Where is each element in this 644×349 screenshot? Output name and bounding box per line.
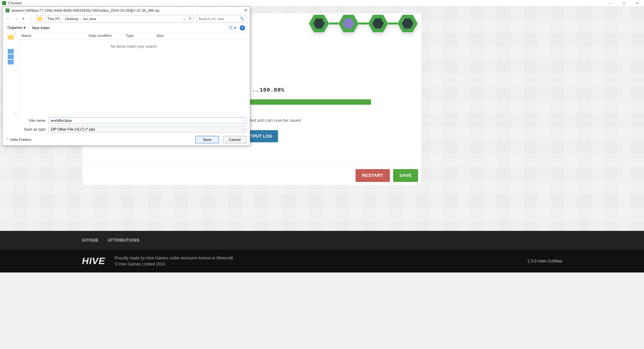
saveas-label: Save as type: xyxy=(21,127,48,131)
nav-back-icon[interactable]: ← xyxy=(6,16,11,21)
organize-menu[interactable]: Organize ▾ xyxy=(7,26,26,30)
chevron-down-icon[interactable]: ⌄ xyxy=(242,128,245,131)
footer-line1: Proudly made by Hive Games under exclusi… xyxy=(114,256,233,260)
chevron-up-icon: ⌃ xyxy=(6,138,9,142)
new-folder-button[interactable]: New folder xyxy=(32,26,50,30)
chevron-right-icon: › xyxy=(79,17,83,21)
nav-forward-icon[interactable]: → xyxy=(13,16,18,21)
chevron-down-icon[interactable]: ⌄ xyxy=(242,119,245,122)
dialog-toolbar: Organize ▾ New folder ☷ ▾ ? xyxy=(3,23,250,32)
dialog-actions: ⌃ Hide Folders Save Cancel xyxy=(3,134,250,145)
card-footer: RESTART SAVE xyxy=(82,165,421,185)
chevron-right-icon: › xyxy=(43,17,47,21)
dialog-cancel-button[interactable]: Cancel xyxy=(223,136,246,143)
sidebar-pc-icon[interactable] xyxy=(8,49,14,54)
dialog-body: ⌃ ⌄ Name⌃ Date modified Type Size No ite… xyxy=(3,32,250,115)
view-options-icon[interactable]: ☷ ▾ xyxy=(229,25,236,30)
progress-steps xyxy=(309,15,418,32)
file-list: Name⌃ Date modified Type Size No items m… xyxy=(19,32,250,115)
app-icon xyxy=(2,1,6,5)
dialog-icon xyxy=(5,8,9,12)
app-titlebar: Chunker — ▢ ✕ xyxy=(0,0,644,6)
window-maximize[interactable]: ▢ xyxy=(617,0,631,6)
filename-label: File name: xyxy=(21,118,48,122)
footer-links: GITHUB ATTRIBUTIONS xyxy=(0,231,644,250)
breadcrumb-thispc[interactable]: This PC xyxy=(47,17,60,21)
breadcrumb-desktop[interactable]: Desktop xyxy=(65,17,78,21)
column-name[interactable]: Name⌃ xyxy=(19,32,86,39)
dialog-close-icon[interactable]: ✕ xyxy=(244,8,248,13)
progress-percent: ..100.00% xyxy=(252,87,284,93)
restart-button[interactable]: RESTART xyxy=(356,169,390,182)
footer-credits: HIVE Proudly made by Hive Games under ex… xyxy=(0,250,644,272)
breadcrumb-folder[interactable]: mc new xyxy=(83,17,96,21)
step-4-icon xyxy=(398,15,418,32)
save-dialog: session://4d9bac77-22bb-44a9-8b00-499339… xyxy=(2,6,250,146)
step-connector xyxy=(388,22,398,24)
search-icon: 🔍 xyxy=(240,16,244,21)
step-connector xyxy=(329,22,338,24)
help-icon[interactable]: ? xyxy=(240,25,245,31)
save-button[interactable]: SAVE xyxy=(393,169,418,182)
breadcrumb-dropdown-icon[interactable]: ⌄ xyxy=(183,16,186,21)
dialog-nav: ← → ▾ ↑ › This PC › Desktop › mc new ⌄ ↻… xyxy=(3,14,250,23)
dialog-titlebar: session://4d9bac77-22bb-44a9-8b00-499339… xyxy=(3,7,250,14)
footer-version: 1.3.0-main-2cdf4aa xyxy=(527,259,562,263)
folder-icon xyxy=(37,17,42,21)
search-placeholder: Search mc new xyxy=(198,17,224,21)
breadcrumb[interactable]: › This PC › Desktop › mc new ⌄ ↻ xyxy=(36,15,193,22)
column-type[interactable]: Type xyxy=(123,32,154,39)
github-link[interactable]: GITHUB xyxy=(82,238,98,243)
nav-recent-icon[interactable]: ▾ xyxy=(21,16,26,21)
app-title: Chunker xyxy=(8,1,22,5)
step-1-icon xyxy=(309,15,329,32)
status-text: rted and can now be saved xyxy=(248,118,301,123)
sort-asc-icon: ⌃ xyxy=(81,34,84,37)
sidebar-drive-icon[interactable] xyxy=(8,60,14,64)
step-connector xyxy=(359,22,368,24)
dialog-title: session://4d9bac77-22bb-44a9-8b00-499339… xyxy=(11,8,159,12)
nav-up-icon[interactable]: ↑ xyxy=(28,16,33,21)
filename-input[interactable]: worldforJava⌄ xyxy=(48,117,246,124)
attributions-link[interactable]: ATTRIBUTIONS xyxy=(108,238,139,243)
dialog-save-button[interactable]: Save xyxy=(195,136,219,143)
empty-message: No items match your search. xyxy=(19,40,250,115)
refresh-icon[interactable]: ↻ xyxy=(186,16,192,21)
search-input[interactable]: Search mc new 🔍 xyxy=(196,15,246,22)
step-3-icon xyxy=(368,15,388,32)
step-2-icon xyxy=(338,15,359,32)
expand-icon[interactable]: ⌄ xyxy=(14,111,17,114)
collapse-icon[interactable]: ⌃ xyxy=(14,33,17,36)
hide-folders-toggle[interactable]: ⌃ Hide Folders xyxy=(6,138,31,142)
saveas-select[interactable]: ZIP Other File (VLC) (*.zip)⌄ xyxy=(48,126,246,133)
dialog-fields: File name: worldforJava⌄ Save as type: Z… xyxy=(3,115,250,134)
column-date[interactable]: Date modified xyxy=(86,32,123,39)
dialog-sidebar[interactable]: ⌃ ⌄ xyxy=(3,32,19,115)
sidebar-drive-icon[interactable] xyxy=(8,54,14,59)
sidebar-folder-icon[interactable] xyxy=(8,35,14,40)
list-header: Name⌃ Date modified Type Size xyxy=(19,32,250,40)
window-close[interactable]: ✕ xyxy=(631,0,644,6)
hive-logo: HIVE xyxy=(82,256,105,266)
chevron-right-icon: › xyxy=(61,17,64,21)
column-size[interactable]: Size xyxy=(154,32,174,39)
window-minimize[interactable]: — xyxy=(604,0,617,6)
footer-line2: © Hive Games Limited 2024 xyxy=(114,262,233,266)
